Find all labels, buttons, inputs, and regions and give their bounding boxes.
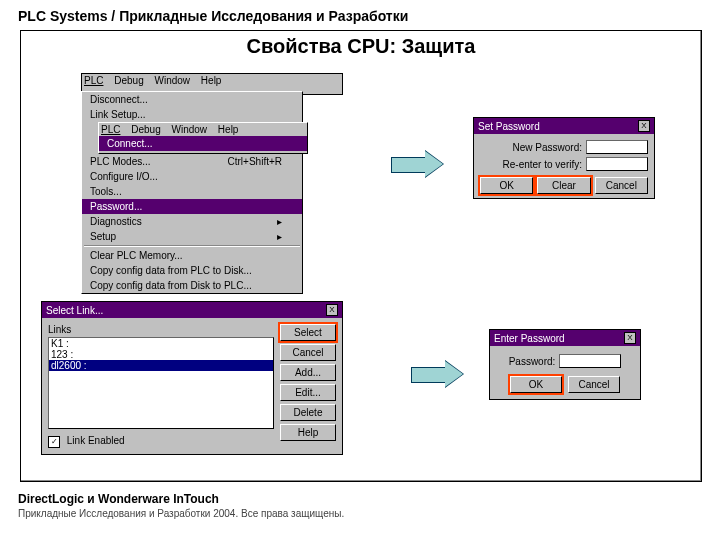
menubar-top[interactable]: PLC Debug Window Help [82, 74, 342, 87]
links-listbox[interactable]: K1 : 123 : dl2600 : [48, 337, 274, 429]
menu-disconnect[interactable]: Disconnect... [82, 92, 302, 107]
list-item[interactable]: 123 : [49, 349, 273, 360]
secondary-menubar: PLC Debug Window Help Connect... [98, 122, 308, 154]
menu-link-setup[interactable]: Link Setup... [82, 107, 302, 122]
select-button[interactable]: Select [280, 324, 336, 341]
ok-button[interactable]: OK [510, 376, 562, 393]
slide-frame: Свойства CPU: Защита PLC Debug Window He… [20, 30, 702, 482]
menu-connect[interactable]: Connect... [99, 136, 307, 151]
enter-password-titlebar: Enter Password X [490, 330, 640, 346]
close-icon[interactable]: X [624, 332, 636, 344]
close-icon[interactable]: X [638, 120, 650, 132]
list-item[interactable]: K1 : [49, 338, 273, 349]
select-link-dialog: Select Link... X Links K1 : 123 : dl2600… [41, 301, 343, 455]
cancel-button[interactable]: Cancel [568, 376, 620, 393]
cancel-button[interactable]: Cancel [280, 344, 336, 361]
slide-title: Свойства CPU: Защита [21, 35, 701, 58]
menu-clear-plc-memory[interactable]: Clear PLC Memory... [82, 248, 302, 263]
arrow-icon [391, 151, 445, 177]
list-item-selected[interactable]: dl2600 : [49, 360, 273, 371]
links-group-label: Links [48, 324, 274, 335]
menu-setup[interactable]: Setup [82, 229, 302, 244]
verify-password-input[interactable] [586, 157, 648, 171]
plc-menu: Disconnect... Link Setup... PLC Debug Wi… [81, 91, 303, 294]
password-input[interactable] [559, 354, 621, 368]
set-password-titlebar: Set Password X [474, 118, 654, 134]
footer-copyright: Прикладные Исследования и Разработки 200… [18, 508, 344, 519]
ok-button[interactable]: OK [480, 177, 533, 194]
cancel-button[interactable]: Cancel [595, 177, 648, 194]
clear-button[interactable]: Clear [537, 177, 590, 194]
menu-plc-modes[interactable]: PLC Modes...Ctrl+Shift+R [82, 154, 302, 169]
help-button[interactable]: Help [280, 424, 336, 441]
link-enabled-label: Link Enabled [67, 435, 125, 446]
page-header: PLC Systems / Прикладные Исследования и … [18, 8, 408, 24]
menu-copy-to-disk[interactable]: Copy config data from PLC to Disk... [82, 263, 302, 278]
add-button[interactable]: Add... [280, 364, 336, 381]
select-link-titlebar: Select Link... X [42, 302, 342, 318]
set-password-dialog: Set Password X New Password: Re-enter to… [473, 117, 655, 199]
new-password-input[interactable] [586, 140, 648, 154]
label-password: Password: [509, 356, 556, 367]
link-enabled-checkbox[interactable]: ✓ [48, 436, 60, 448]
label-reenter-password: Re-enter to verify: [503, 159, 582, 170]
menu-password[interactable]: Password... [82, 199, 302, 214]
edit-button[interactable]: Edit... [280, 384, 336, 401]
menu-diagnostics[interactable]: Diagnostics [82, 214, 302, 229]
footer-product: DirectLogic и Wonderware InTouch [18, 492, 219, 506]
menu-copy-from-disk[interactable]: Copy config data from Disk to PLC... [82, 278, 302, 293]
delete-button[interactable]: Delete [280, 404, 336, 421]
label-new-password: New Password: [513, 142, 582, 153]
enter-password-dialog: Enter Password X Password: OK Cancel [489, 329, 641, 400]
arrow-icon [411, 361, 465, 387]
close-icon[interactable]: X [326, 304, 338, 316]
menu-configure-io[interactable]: Configure I/O... [82, 169, 302, 184]
menu-tools[interactable]: Tools... [82, 184, 302, 199]
